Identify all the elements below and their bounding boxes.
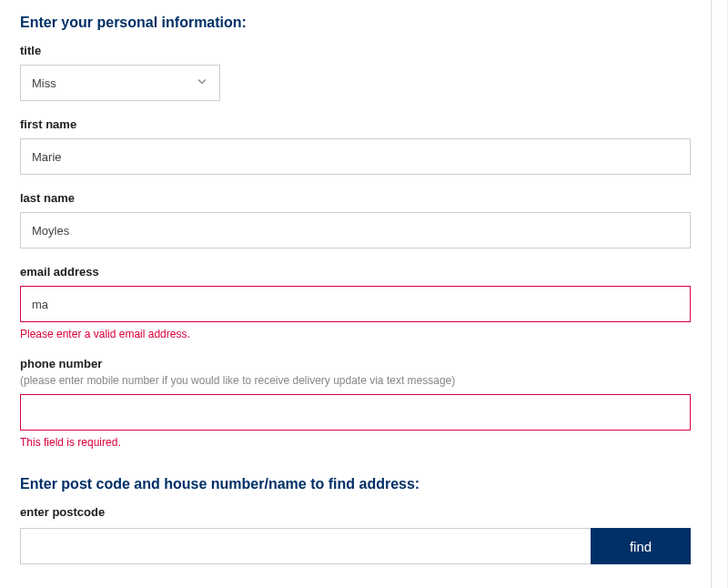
last-name-input[interactable] — [20, 212, 691, 248]
personal-section-title: Enter your personal information: — [20, 15, 691, 31]
email-error: Please enter a valid email address. — [20, 328, 691, 340]
postcode-field: enter postcode find — [20, 505, 691, 564]
title-select-wrap: Miss — [20, 65, 220, 101]
phone-error: This field is required. — [20, 436, 691, 449]
sidebar-area — [712, 0, 728, 588]
email-field: email address Please enter a valid email… — [20, 265, 691, 340]
last-name-label: last name — [20, 191, 691, 205]
first-name-label: first name — [20, 117, 691, 131]
postcode-label: enter postcode — [20, 505, 691, 519]
title-field: title Miss — [20, 44, 691, 101]
last-name-field: last name — [20, 191, 691, 248]
phone-label: phone number — [20, 357, 691, 370]
postcode-row: find — [20, 528, 691, 564]
first-name-input[interactable] — [20, 138, 691, 175]
email-label: email address — [20, 265, 691, 279]
email-input[interactable] — [20, 286, 691, 322]
title-select[interactable]: Miss — [20, 65, 220, 101]
phone-hint: (please enter mobile number if you would… — [20, 374, 691, 387]
first-name-field: first name — [20, 117, 691, 175]
phone-field: phone number (please enter mobile number… — [20, 357, 691, 449]
address-section-title: Enter post code and house number/name to… — [20, 476, 691, 492]
form-main: Enter your personal information: title M… — [0, 0, 712, 588]
phone-input[interactable] — [20, 394, 691, 431]
title-label: title — [20, 44, 691, 57]
postcode-input[interactable] — [20, 528, 591, 564]
find-button[interactable]: find — [591, 528, 691, 564]
